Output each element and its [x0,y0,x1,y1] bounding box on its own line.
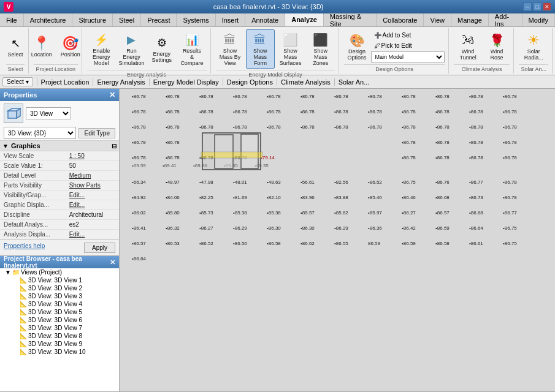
tree-item[interactable]: 📐3D View: 3D View 9 [0,340,119,348]
tree-item[interactable]: 📐3D View: 3D View 7 [0,324,119,332]
svg-text:•86.78: •86.78 [166,124,180,130]
svg-text:•86.42: •86.42 [402,225,416,231]
enable-energy-icon: ⚡ [93,31,110,48]
solar-radiation-button[interactable]: ☀ Solar Radia... [519,30,548,63]
svg-text:•47.98: •47.98 [199,179,213,185]
cmd-select-btn[interactable]: Select ▾ [2,77,33,86]
window-controls[interactable]: ─ □ ✕ [523,2,551,11]
svg-text:•69.59: •69.59 [132,163,146,168]
wind-tunnel-button[interactable]: 🌬 Wind Tunnel [454,30,483,63]
prop-value[interactable]: Medium [66,171,119,181]
tab-annotate[interactable]: Annotate [245,13,285,26]
show-mass-zones-label: Show Mass Zones [309,48,332,67]
add-to-set-btn[interactable]: ➕ Add to Set [371,31,445,40]
group-label-energy: Energy Analysis [87,70,207,78]
edit-type-btn[interactable]: Edit Type [78,128,115,138]
tab-massing[interactable]: Massing & Site [324,13,377,26]
tab-analyze[interactable]: Analyze [285,13,324,26]
graphics-section-header[interactable]: ▼ Graphics ⊟ [0,140,119,151]
tree-item[interactable]: 📐3D View: 3D View 1 [0,276,119,284]
prop-value[interactable]: Show Parts [66,181,119,190]
properties-help-link[interactable]: Properties help [4,243,45,253]
apply-btn[interactable]: Apply [84,243,115,253]
prop-value[interactable]: Edit... [66,230,119,239]
graphics-label: Graphics [11,142,40,149]
show-mass-surfaces-button[interactable]: ⬜ Show Mass Surfaces [276,29,305,69]
select-button[interactable]: ↖ Select [4,33,27,60]
tab-file[interactable]: File [0,13,24,26]
svg-text:•86.78: •86.78 [132,124,146,130]
tab-steel[interactable]: Steel [113,13,141,26]
svg-text:•84.06: •84.06 [166,195,180,200]
tab-manage[interactable]: Manage [451,13,489,26]
tab-modify[interactable]: Modify [522,13,555,26]
svg-text:•86.64: •86.64 [469,225,483,231]
main-model-select[interactable]: Main Model [371,51,445,62]
run-energy-button[interactable]: ▶ Run Energy Simulation [117,29,146,69]
svg-text:•85.97: •85.97 [368,210,382,216]
tree-item[interactable]: 📐3D View: 3D View 10 [0,348,119,356]
tree-item[interactable]: 📐3D View: 3D View 5 [0,308,119,316]
prop-value[interactable]: Edit... [66,190,119,200]
group-label-select: Select [6,64,25,72]
svg-text:•86.78: •86.78 [368,124,382,130]
prop-value[interactable]: 1 : 50 [66,151,119,161]
prop-table-row: Analysis Displa... Edit... [0,230,119,239]
prop-value[interactable]: Edit... [66,200,119,210]
position-button[interactable]: 🎯 Position [58,33,83,60]
show-mass-view-button[interactable]: 🏛 Show Mass By View [216,29,245,69]
svg-text:•86.30: •86.30 [267,225,281,231]
tree-item[interactable]: 📐3D View: 3D View 8 [0,332,119,340]
maximize-btn[interactable]: □ [533,2,542,11]
minimize-btn[interactable]: ─ [523,2,532,11]
svg-text:•82.10: •82.10 [267,195,281,200]
prop-table-row: Parts Visibility Show Parts [0,181,119,190]
door-shape-2 [241,134,258,168]
view-name-select[interactable]: 3D View: {3D} [4,127,76,139]
ribbon-content: ↖ Select Select 📍 Location 🎯 Position Pr… [0,27,555,75]
tree-item[interactable]: 📐3D View: 3D View 3 [0,292,119,300]
show-mass-form-button[interactable]: 🏛 Show Mass Form [246,29,275,69]
prop-table-row: Scale Value 1: 50 [0,161,119,171]
design-options-btn[interactable]: 🎨 Design Options [344,30,369,63]
tree-item-label: 3D View: 3D View 6 [28,317,82,323]
tree-view-icon: 📐 [20,349,27,355]
energy-settings-button[interactable]: ⚙ Energy Settings [147,32,176,66]
svg-text:•86.68: •86.68 [435,195,450,200]
tab-addins[interactable]: Add-Ins [489,13,522,26]
show-mass-zones-icon: ⬛ [312,31,329,48]
tab-architecture[interactable]: Architecture [24,13,73,26]
pick-to-edit-btn[interactable]: 🖊 Pick to Edit [371,41,445,50]
tab-view[interactable]: View [424,13,451,26]
tree-root[interactable]: ▼ 📁 Views (Project) [0,268,119,276]
cmd-climate-group: Climate Analysis [281,78,335,86]
tree-item[interactable]: 📐3D View: 3D View 6 [0,316,119,324]
viewport[interactable]: •86.78•86.78•86.78•86.78•86.78•86.78•86.… [120,89,555,391]
close-btn[interactable]: ✕ [543,2,551,11]
tree-item[interactable]: 📐3D View: 3D View 4 [0,300,119,308]
svg-text:•86.78: •86.78 [503,94,517,99]
svg-text:•48.63: •48.63 [267,179,281,185]
location-button[interactable]: 📍 Location [28,33,55,60]
results-compare-button[interactable]: 📊 Results & Compare [177,29,206,69]
show-mass-zones-button[interactable]: ⬛ Show Mass Zones [306,29,335,69]
wind-rose-button[interactable]: 🌹 Wind Rose [484,30,510,63]
enable-energy-button[interactable]: ⚡ Enable Energy Model [87,29,116,69]
view-type-select[interactable]: 3D View [26,107,71,119]
tab-structure[interactable]: Structure [72,13,113,26]
svg-text:•86.78: •86.78 [233,94,247,99]
tree-item[interactable]: 📐3D View: 3D View 2 [0,284,119,292]
tree-view[interactable]: ▼ 📁 Views (Project) 📐3D View: 3D View 1📐… [0,268,119,391]
tab-insert[interactable]: Insert [216,13,246,26]
tab-precast[interactable]: Precast [141,13,177,26]
tab-collaborate[interactable]: Collaborate [377,13,424,26]
wind-rose-label: Wind Rose [487,49,507,61]
prop-table-row: Graphic Displa... Edit... [0,200,119,210]
browser-close-btn[interactable]: ✕ [110,258,115,266]
position-label: Position [61,52,80,58]
svg-text:•86.77: •86.77 [503,210,517,216]
svg-text:•86.78: •86.78 [267,94,281,99]
wind-rose-icon: 🌹 [488,32,505,49]
properties-close-btn[interactable]: ✕ [109,91,115,99]
tab-systems[interactable]: Systems [177,13,215,26]
